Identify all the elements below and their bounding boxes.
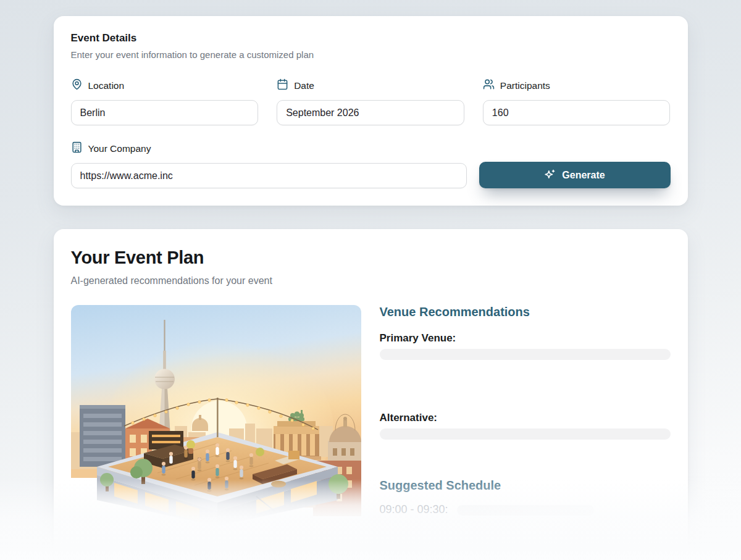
rooftop-party-illustration xyxy=(71,305,361,526)
participants-label-text: Participants xyxy=(500,80,550,91)
location-label-text: Location xyxy=(88,80,125,91)
calendar-icon xyxy=(277,78,288,93)
location-label: Location xyxy=(71,78,259,93)
primary-venue-skeleton xyxy=(380,349,671,360)
venue-recommendations-heading: Venue Recommendations xyxy=(380,305,671,319)
participants-input[interactable] xyxy=(483,100,671,125)
event-plan-subtitle: AI-generated recommendations for your ev… xyxy=(71,275,671,286)
schedule-slot-skeleton xyxy=(457,505,594,516)
event-fields-row: Location Date Participants xyxy=(71,78,671,125)
event-details-subtitle: Enter your event information to generate… xyxy=(71,49,671,60)
suggested-schedule-heading: Suggested Schedule xyxy=(380,479,671,493)
location-field-group: Location xyxy=(71,78,259,125)
schedule-slot-time: 09:00 - 09:30: xyxy=(380,503,448,516)
schedule-slot-row: 09:00 - 09:30: xyxy=(380,503,671,516)
primary-venue-label: Primary Venue: xyxy=(380,332,671,345)
alternative-venue-label: Alternative: xyxy=(380,412,671,424)
alternative-venue-skeleton xyxy=(380,428,671,440)
participants-label: Participants xyxy=(483,78,671,93)
event-details-card: Event Details Enter your event informati… xyxy=(54,16,688,206)
company-field-group: Your Company xyxy=(71,141,467,188)
company-label-text: Your Company xyxy=(88,143,151,154)
generate-button-label: Generate xyxy=(562,170,605,181)
event-details-title: Event Details xyxy=(71,32,671,44)
users-icon xyxy=(483,78,495,93)
date-label: Date xyxy=(277,78,464,93)
map-pin-icon xyxy=(71,78,83,93)
sparkles-icon xyxy=(544,169,556,181)
generate-button[interactable]: Generate xyxy=(479,162,671,188)
plan-details-column: Venue Recommendations Primary Venue: Alt… xyxy=(380,305,671,516)
page-content: Event Details Enter your event informati… xyxy=(54,0,688,560)
building-icon xyxy=(71,141,83,156)
date-input[interactable] xyxy=(277,100,464,125)
participants-field-group: Participants xyxy=(483,78,671,125)
event-plan-title: Your Event Plan xyxy=(71,248,671,268)
event-plan-card: Your Event Plan AI-generated recommendat… xyxy=(54,229,688,560)
date-label-text: Date xyxy=(294,80,314,91)
location-input[interactable] xyxy=(71,100,259,125)
company-label: Your Company xyxy=(71,141,467,156)
company-url-input[interactable] xyxy=(71,163,467,188)
date-field-group: Date xyxy=(277,78,464,125)
company-row: Your Company Generate xyxy=(71,141,671,188)
event-plan-body: Venue Recommendations Primary Venue: Alt… xyxy=(71,305,671,526)
